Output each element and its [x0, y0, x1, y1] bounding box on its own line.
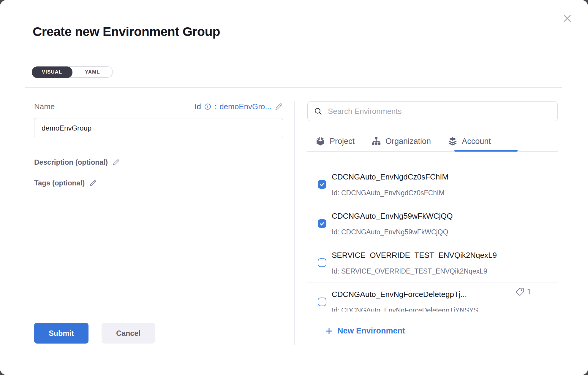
pane-divider	[294, 101, 295, 345]
tab-project-label: Project	[330, 137, 355, 146]
cube-icon	[315, 136, 325, 146]
tab-account[interactable]: Account	[448, 136, 491, 146]
environment-checkbox-unchecked[interactable]	[318, 258, 326, 267]
environment-name: CDCNGAuto_EnvNg59wFkWCjQQ	[332, 212, 453, 220]
environment-id: Id: CDCNGAuto_EnvNgForceDeletegpTjYNSYS	[332, 306, 478, 312]
environment-checkbox-checked[interactable]	[318, 219, 326, 228]
environment-row[interactable]: CDCNGAuto_EnvNgForceDeletegpTj... Id: CD…	[307, 282, 558, 312]
active-tab-indicator	[454, 150, 518, 152]
toggle-yaml[interactable]: YAML	[72, 67, 113, 77]
description-row: Description (optional)	[34, 158, 120, 166]
new-environment-label: New Environment	[337, 326, 405, 336]
visual-yaml-toggle: VISUAL YAML	[32, 66, 113, 78]
search-input[interactable]	[327, 107, 551, 116]
id-label: Id	[195, 102, 201, 111]
cancel-button[interactable]: Cancel	[102, 323, 155, 344]
environment-row[interactable]: CDCNGAuto_EnvNg59wFkWCjQQ Id: CDCNGAuto_…	[307, 204, 558, 243]
tab-organization-label: Organization	[385, 137, 431, 146]
description-label: Description (optional)	[34, 158, 108, 166]
name-input[interactable]	[34, 118, 283, 138]
tab-account-label: Account	[462, 137, 491, 146]
edit-tags-pencil-icon[interactable]	[89, 179, 97, 187]
new-environment-button[interactable]: New Environment	[325, 326, 405, 336]
tag-count-badge: 1	[515, 287, 531, 296]
info-icon[interactable]	[204, 103, 211, 110]
header-divider	[25, 87, 562, 88]
check-icon	[319, 221, 325, 227]
layers-icon	[448, 136, 458, 146]
environment-checkbox-checked[interactable]	[318, 180, 326, 189]
id-colon: :	[214, 102, 216, 111]
search-icon	[314, 107, 323, 116]
environment-checkbox-unchecked[interactable]	[318, 298, 326, 306]
environment-id: Id: SERVICE_OVERRIDE_TEST_ENVQik2NqexL9	[332, 267, 497, 275]
environment-id: Id: CDCNGAuto_EnvNg59wFkWCjQQ	[332, 228, 453, 236]
search-box	[307, 101, 558, 121]
name-label: Name	[34, 102, 55, 111]
check-icon	[319, 182, 325, 188]
environment-name: SERVICE_OVERRIDE_TEST_ENVQik2NqexL9	[332, 251, 497, 260]
environment-row[interactable]: CDCNGAuto_EnvNgdCz0sFChIM Id: CDCNGAuto_…	[307, 165, 558, 204]
submit-button[interactable]: Submit	[34, 323, 88, 344]
close-icon[interactable]	[561, 12, 574, 25]
environment-row[interactable]: SERVICE_OVERRIDE_TEST_ENVQik2NqexL9 Id: …	[307, 243, 558, 282]
edit-description-pencil-icon[interactable]	[112, 158, 120, 166]
id-value[interactable]: demoEnvGro...	[219, 102, 271, 111]
edit-id-pencil-icon[interactable]	[274, 102, 283, 111]
tags-row: Tags (optional)	[34, 179, 97, 187]
environment-id: Id: CDCNGAuto_EnvNgdCz0sFChIM	[332, 189, 448, 197]
tab-project[interactable]: Project	[315, 136, 355, 146]
create-environment-group-modal: Create new Environment Group VISUAL YAML…	[0, 0, 588, 375]
name-id-row: Name Id : demoEnvGro...	[34, 102, 283, 111]
sitemap-icon	[371, 136, 381, 146]
environment-name: CDCNGAuto_EnvNgForceDeletegpTj...	[332, 290, 478, 299]
id-group: Id : demoEnvGro...	[195, 102, 283, 111]
tabs-border	[307, 151, 558, 152]
page-title: Create new Environment Group	[33, 24, 220, 39]
tags-label: Tags (optional)	[34, 179, 85, 187]
tag-icon	[515, 287, 524, 296]
toggle-visual[interactable]: VISUAL	[32, 66, 72, 78]
plus-icon	[325, 327, 333, 336]
environment-name: CDCNGAuto_EnvNgdCz0sFChIM	[332, 172, 448, 181]
tag-count: 1	[527, 287, 531, 296]
scope-tabs: Project Organization Account	[315, 132, 491, 150]
environment-list: CDCNGAuto_EnvNgdCz0sFChIM Id: CDCNGAuto_…	[307, 165, 558, 312]
tab-organization[interactable]: Organization	[371, 136, 431, 146]
